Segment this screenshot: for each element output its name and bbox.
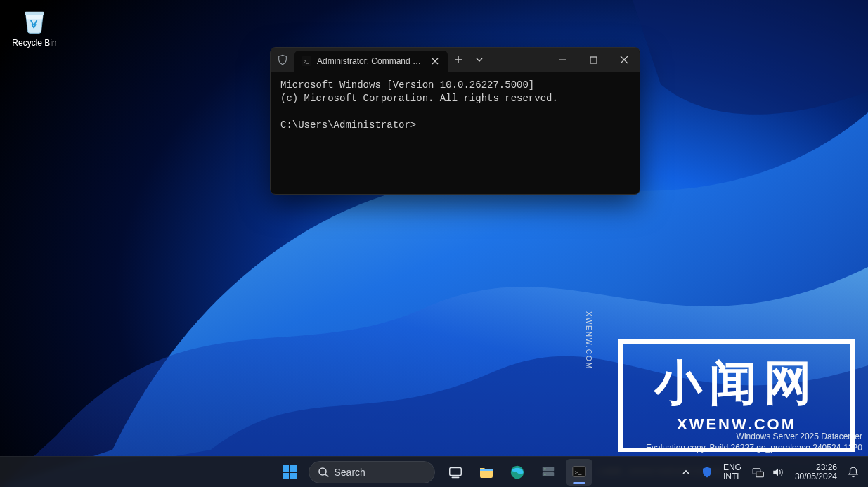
system-tray[interactable]	[747, 459, 789, 486]
language-indicator[interactable]: ENG INTL	[719, 463, 746, 481]
taskbar-terminal-running[interactable]: >_	[566, 459, 592, 486]
svg-rect-0	[25, 12, 44, 15]
chevron-up-icon	[682, 468, 690, 476]
brand-big: 小闻网	[654, 358, 819, 408]
search-placeholder: Search	[335, 467, 365, 478]
recycle-bin-icon	[20, 6, 49, 35]
terminal-tab[interactable]: >_ Administrator: Command Pro	[294, 51, 448, 72]
tab-close-button[interactable]	[428, 54, 442, 68]
bell-icon	[847, 466, 860, 479]
svg-point-8	[319, 468, 326, 475]
maximize-button[interactable]	[578, 48, 609, 72]
taskbar-server-manager[interactable]	[535, 459, 562, 486]
svg-rect-9	[449, 467, 461, 475]
notifications-button[interactable]	[843, 459, 864, 486]
taskbar: Search	[0, 456, 868, 487]
file-explorer-icon	[478, 464, 495, 481]
cmd-icon: >_	[302, 56, 311, 66]
svg-rect-6	[283, 473, 289, 479]
new-tab-button[interactable]	[448, 48, 469, 72]
desktop-icon-label: Recycle Bin	[12, 38, 56, 48]
svg-rect-10	[451, 476, 459, 478]
taskbar-explorer[interactable]	[473, 459, 500, 486]
titlebar-drag-region[interactable]	[490, 48, 547, 72]
svg-point-14	[544, 468, 545, 469]
side-watermark: XWENW.COM	[585, 311, 592, 370]
titlebar[interactable]: >_ Administrator: Command Pro	[271, 48, 640, 72]
task-view-button[interactable]	[442, 459, 469, 486]
search-icon	[318, 467, 329, 478]
svg-text:>_: >_	[304, 58, 309, 65]
terminal-icon: >_	[571, 465, 587, 480]
tab-dropdown-button[interactable]	[469, 48, 490, 72]
svg-rect-13	[542, 472, 554, 476]
taskbar-center: Search	[276, 459, 592, 486]
taskbar-edge[interactable]	[504, 459, 531, 486]
tray-overflow-button[interactable]	[677, 459, 695, 486]
server-manager-icon	[540, 465, 556, 480]
svg-rect-3	[590, 57, 597, 63]
start-button[interactable]	[276, 459, 303, 486]
clock[interactable]: 23:26 30/05/2024	[791, 463, 841, 481]
tray-security-icon[interactable]	[697, 459, 718, 486]
brand-small: XWENW.COM	[677, 415, 796, 434]
svg-rect-19	[756, 472, 764, 477]
svg-text:>_: >_	[574, 468, 581, 475]
edge-icon	[510, 465, 525, 480]
volume-icon	[771, 466, 785, 479]
svg-rect-5	[290, 465, 297, 472]
terminal-output[interactable]: Microsoft Windows [Version 10.0.26227.50…	[271, 72, 640, 139]
defender-icon	[701, 466, 713, 479]
tab-title: Administrator: Command Pro	[317, 56, 422, 66]
network-icon	[751, 466, 764, 479]
svg-rect-7	[290, 473, 297, 479]
desktop-icon-recycle-bin[interactable]: Recycle Bin	[10, 6, 59, 48]
svg-point-15	[544, 473, 545, 474]
brand-watermark-box: 小闻网 XWENW.COM	[618, 339, 855, 452]
terminal-window: >_ Administrator: Command Pro	[270, 47, 640, 195]
svg-rect-4	[283, 465, 289, 472]
taskbar-search[interactable]: Search	[309, 461, 435, 483]
minimize-button[interactable]	[547, 48, 578, 72]
svg-rect-12	[542, 467, 554, 471]
task-view-icon	[448, 465, 463, 480]
windows-logo-icon	[282, 465, 297, 480]
close-button[interactable]	[609, 48, 640, 72]
uac-shield-icon	[271, 48, 294, 72]
taskbar-right: ENG INTL 23:26 30/05/2024	[677, 457, 864, 487]
